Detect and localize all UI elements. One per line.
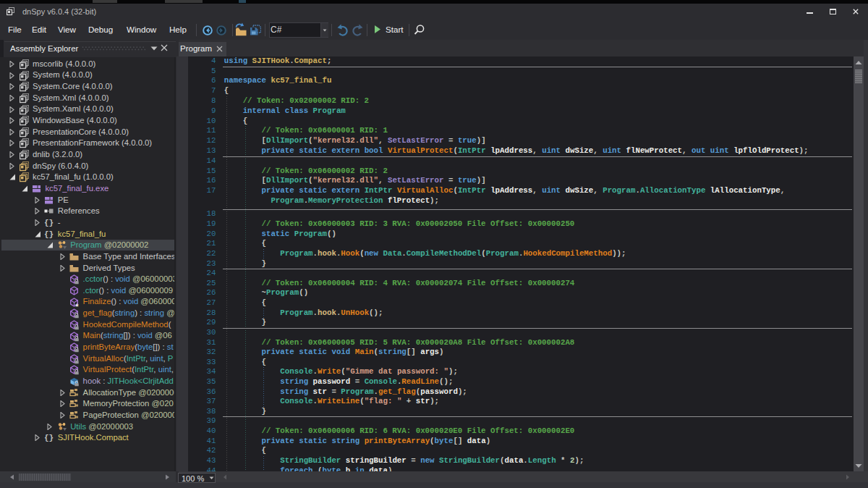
svg-text:{}: {} xyxy=(44,219,54,227)
svg-text:★: ★ xyxy=(75,302,79,308)
svg-text:{}: {} xyxy=(44,434,54,442)
svg-text:{}: {} xyxy=(44,230,54,239)
